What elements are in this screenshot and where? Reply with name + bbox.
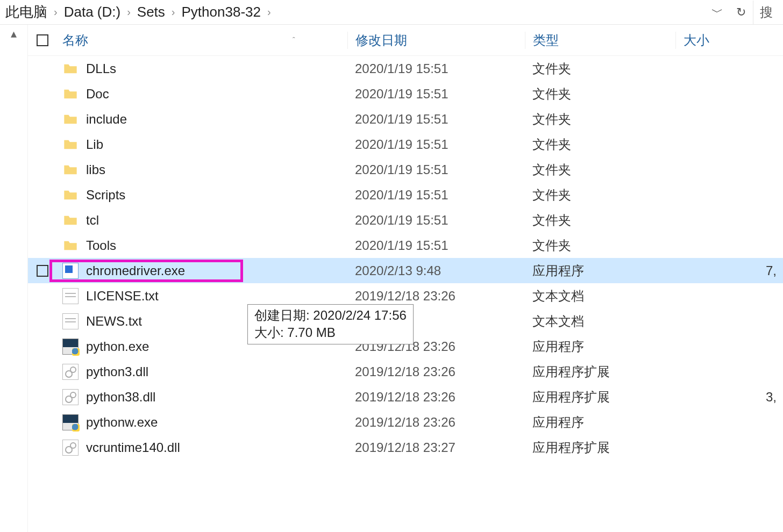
folder-icon (62, 86, 79, 102)
file-name: Doc (86, 87, 109, 102)
file-type: 文本文档 (525, 287, 675, 305)
folder-icon (62, 238, 79, 254)
file-date: 2019/12/18 23:26 (347, 289, 525, 304)
tooltip-line: 大小: 7.70 MB (254, 324, 407, 341)
file-row[interactable]: tcl2020/1/19 15:51文件夹 (28, 207, 783, 233)
file-name: Lib (86, 137, 103, 152)
file-name: DLLs (86, 61, 116, 76)
dll-file-icon (62, 440, 79, 456)
file-size: 3, (675, 390, 783, 405)
file-row[interactable]: libs2020/1/19 15:51文件夹 (28, 157, 783, 182)
file-row[interactable]: pythonw.exe2019/12/18 23:26应用程序 (28, 409, 783, 435)
file-type: 应用程序扩展 (525, 389, 675, 406)
file-type: 应用程序 (525, 414, 675, 431)
file-date: 2020/1/19 15:51 (347, 137, 525, 152)
file-name: python.exe (86, 339, 149, 354)
breadcrumb-item[interactable]: 此电脑 (4, 3, 48, 21)
file-name: chromedriver.exe (86, 263, 185, 278)
select-all-checkbox[interactable] (28, 34, 57, 46)
file-type: 文件夹 (525, 237, 675, 254)
file-date: 2020/1/19 15:51 (347, 162, 525, 177)
file-type: 文本文档 (525, 313, 675, 330)
column-header-date[interactable]: 修改日期 (347, 32, 525, 49)
file-type: 文件夹 (525, 161, 675, 178)
file-row[interactable]: vcruntime140.dll2019/12/18 23:27应用程序扩展 (28, 435, 783, 460)
scroll-up-icon[interactable]: ▴ (0, 27, 27, 41)
chevron-right-icon[interactable]: › (48, 6, 63, 18)
file-date: 2020/1/19 15:51 (347, 112, 525, 127)
address-bar[interactable]: 此电脑 › Data (D:) › Sets › Python38-32 › ﹀… (0, 0, 783, 25)
file-tooltip: 创建日期: 2020/2/24 17:56 大小: 7.70 MB (247, 304, 414, 344)
file-date: 2020/1/19 15:51 (347, 188, 525, 203)
tooltip-line: 创建日期: 2020/2/24 17:56 (254, 307, 407, 324)
file-type: 应用程序扩展 (525, 439, 675, 456)
file-type: 文件夹 (525, 136, 675, 153)
file-name: python38.dll (86, 390, 155, 405)
text-file-icon (62, 288, 79, 304)
file-name: include (86, 112, 127, 127)
file-date: 2020/2/13 9:48 (347, 263, 525, 278)
refresh-button[interactable]: ↻ (729, 1, 753, 24)
file-name: Scripts (86, 188, 125, 203)
file-type: 文件夹 (525, 186, 675, 204)
file-list-pane: 名称 ˆ 修改日期 类型 大小 DLLs2020/1/19 15:51文件夹Do… (28, 25, 783, 532)
chevron-right-icon[interactable]: › (262, 6, 276, 18)
chevron-right-icon[interactable]: › (122, 6, 136, 18)
search-box[interactable]: 搜 (753, 1, 783, 24)
file-row[interactable]: chromedriver.exe2020/2/13 9:48应用程序7, (28, 258, 783, 283)
file-type: 应用程序扩展 (525, 363, 675, 380)
folder-icon (62, 61, 79, 77)
folder-icon (62, 136, 79, 153)
file-date: 2020/1/19 15:51 (347, 213, 525, 228)
python-exe-icon (62, 414, 79, 430)
column-header-size[interactable]: 大小 (675, 32, 783, 49)
file-row[interactable]: python3.dll2019/12/18 23:26应用程序扩展 (28, 359, 783, 384)
file-name: libs (86, 162, 105, 177)
chevron-right-icon[interactable]: › (166, 6, 181, 18)
python-exe-icon (62, 339, 79, 355)
breadcrumb-item[interactable]: Python38-32 (181, 4, 262, 20)
file-type: 文件夹 (525, 85, 675, 103)
folder-icon (62, 111, 79, 127)
file-date: 2019/12/18 23:26 (347, 364, 525, 379)
file-date: 2019/12/18 23:27 (347, 440, 525, 455)
file-type: 文件夹 (525, 111, 675, 128)
file-row[interactable]: include2020/1/19 15:51文件夹 (28, 106, 783, 132)
dll-file-icon (62, 364, 79, 380)
file-name: Tools (86, 238, 116, 253)
file-name: pythonw.exe (86, 415, 158, 430)
dll-file-icon (62, 389, 79, 405)
file-type: 文件夹 (525, 60, 675, 77)
file-row[interactable]: python38.dll2019/12/18 23:26应用程序扩展3, (28, 384, 783, 409)
file-type: 应用程序 (525, 262, 675, 279)
column-header-row: 名称 ˆ 修改日期 类型 大小 (28, 25, 783, 56)
file-date: 2020/1/19 15:51 (347, 87, 525, 102)
file-name: python3.dll (86, 364, 148, 379)
file-row[interactable]: DLLs2020/1/19 15:51文件夹 (28, 56, 783, 81)
file-type: 应用程序 (525, 338, 675, 355)
folder-icon (62, 187, 79, 203)
row-checkbox[interactable] (37, 265, 48, 277)
file-date: 2019/12/18 23:26 (347, 415, 525, 430)
text-file-icon (62, 313, 79, 329)
file-name: LICENSE.txt (86, 289, 159, 304)
file-rows: DLLs2020/1/19 15:51文件夹Doc2020/1/19 15:51… (28, 56, 783, 460)
breadcrumb-item[interactable]: Sets (136, 4, 166, 20)
file-name: vcruntime140.dll (86, 440, 180, 455)
file-name: tcl (86, 213, 99, 228)
column-header-label: 名称 (62, 32, 88, 49)
file-row[interactable]: Lib2020/1/19 15:51文件夹 (28, 132, 783, 157)
file-row[interactable]: Tools2020/1/19 15:51文件夹 (28, 233, 783, 258)
column-header-name[interactable]: 名称 ˆ (57, 32, 347, 49)
file-row[interactable]: Doc2020/1/19 15:51文件夹 (28, 81, 783, 106)
breadcrumb-item[interactable]: Data (D:) (63, 4, 122, 20)
folder-icon (62, 212, 79, 228)
file-date: 2020/1/19 15:51 (347, 61, 525, 76)
file-type: 文件夹 (525, 212, 675, 229)
history-dropdown-button[interactable]: ﹀ (706, 1, 729, 24)
nav-scrollbar[interactable]: ▴ (0, 25, 28, 532)
file-row[interactable]: Scripts2020/1/19 15:51文件夹 (28, 182, 783, 207)
application-icon (62, 263, 79, 279)
folder-icon (62, 162, 79, 178)
column-header-type[interactable]: 类型 (525, 32, 675, 49)
